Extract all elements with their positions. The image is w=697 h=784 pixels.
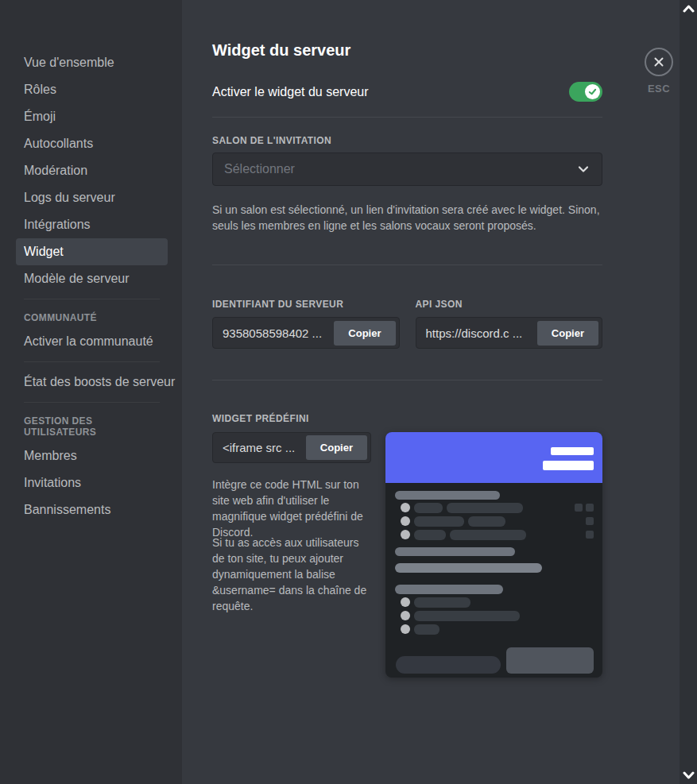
preview-member-row bbox=[401, 610, 594, 621]
preview-channel-row bbox=[401, 516, 594, 527]
preview-section-bar bbox=[395, 585, 503, 594]
chevron-down-icon bbox=[576, 162, 591, 176]
widget-settings-panel: Widget du serveur Activer le widget du s… bbox=[182, 0, 680, 784]
preview-button bbox=[506, 647, 594, 674]
server-id-group: IDENTIFIANT DU SERVEUR 9358058598402 ...… bbox=[212, 299, 400, 349]
preview-square bbox=[575, 504, 583, 512]
preview-placeholder-bar bbox=[543, 461, 594, 470]
check-icon bbox=[588, 87, 597, 96]
preview-placeholder-bar bbox=[468, 516, 505, 527]
sidebar-item-server-template[interactable]: Modèle de serveur bbox=[16, 265, 168, 292]
preview-avatar bbox=[401, 516, 410, 526]
preview-placeholder-bar bbox=[414, 530, 446, 540]
preview-placeholder-bar bbox=[414, 624, 439, 635]
section-divider bbox=[212, 117, 602, 118]
sidebar-item-stickers[interactable]: Autocollants bbox=[16, 130, 168, 157]
page-title: Widget du serveur bbox=[212, 41, 350, 60]
settings-sidebar: Vue d'ensemble Rôles Émoji Autocollants … bbox=[0, 0, 182, 784]
preview-avatar bbox=[401, 530, 410, 539]
esc-label: ESC bbox=[635, 83, 683, 95]
copy-api-json-button[interactable]: Copier bbox=[537, 321, 598, 346]
close-area: ESC bbox=[635, 48, 683, 95]
sidebar-item-overview[interactable]: Vue d'ensemble bbox=[16, 49, 168, 76]
preview-placeholder-bar bbox=[450, 530, 526, 540]
preview-avatar bbox=[401, 611, 410, 620]
preview-member-row bbox=[401, 597, 594, 608]
preview-placeholder-bar bbox=[414, 516, 464, 527]
sidebar-item-server-boosts[interactable]: État des boosts de serveur bbox=[16, 369, 168, 396]
sidebar-header-community: COMMUNAUTÉ bbox=[16, 306, 168, 328]
sidebar-header-user-management: GESTION DES UTILISATEURS bbox=[16, 409, 168, 442]
preview-avatar bbox=[401, 503, 410, 512]
sidebar-item-server-logs[interactable]: Logs du serveur bbox=[16, 184, 168, 211]
server-widget-toggle[interactable] bbox=[569, 82, 602, 102]
sidebar-item-members[interactable]: Membres bbox=[16, 442, 168, 469]
preview-section-bar bbox=[395, 491, 500, 500]
enable-widget-row: Activer le widget du serveur bbox=[212, 82, 602, 102]
preview-placeholder-bar bbox=[447, 503, 523, 513]
preview-placeholder-bar bbox=[551, 447, 594, 455]
premade-widget-field: <iframe src ... Copier bbox=[212, 432, 371, 463]
preview-avatar bbox=[401, 624, 410, 634]
section-divider bbox=[212, 380, 602, 380]
api-json-field: https://discord.c ... Copier bbox=[416, 317, 603, 349]
section-divider bbox=[212, 265, 602, 265]
premade-widget-label: WIDGET PRÉDÉFINI bbox=[212, 413, 309, 424]
sidebar-item-widget[interactable]: Widget bbox=[16, 238, 168, 265]
preview-member-row bbox=[401, 624, 594, 635]
toggle-knob bbox=[585, 84, 600, 99]
preview-section-bar bbox=[395, 563, 542, 573]
invite-channel-select[interactable]: Sélectionner bbox=[212, 153, 602, 186]
invite-channel-label: SALON DE L'INVITATION bbox=[212, 135, 331, 146]
premade-widget-value: <iframe src ... bbox=[223, 441, 306, 454]
scroll-down-icon[interactable] bbox=[682, 770, 695, 781]
widget-preview bbox=[385, 432, 602, 678]
sidebar-item-enable-community[interactable]: Activer la communauté bbox=[16, 328, 168, 355]
invite-channel-placeholder: Sélectionner bbox=[224, 162, 576, 176]
sidebar-item-bans[interactable]: Bannissements bbox=[16, 496, 168, 523]
server-id-value: 9358058598402 ... bbox=[223, 326, 334, 340]
preview-section-bar bbox=[395, 547, 515, 556]
preview-input-bar bbox=[396, 656, 501, 674]
server-id-label: IDENTIFIANT DU SERVEUR bbox=[212, 299, 400, 310]
sidebar-divider bbox=[24, 361, 160, 362]
copy-server-id-button[interactable]: Copier bbox=[334, 321, 395, 346]
premade-widget-description: Intègre ce code HTML sur ton site web af… bbox=[212, 477, 371, 540]
preview-square bbox=[586, 517, 594, 525]
sidebar-divider bbox=[24, 299, 160, 299]
preview-square bbox=[586, 504, 594, 512]
preview-avatar bbox=[401, 597, 410, 607]
invite-channel-help: Si un salon est sélectionné, un lien d'i… bbox=[212, 202, 602, 234]
preview-channel-row bbox=[401, 502, 594, 513]
enable-widget-label: Activer le widget du serveur bbox=[212, 85, 569, 99]
preview-placeholder-bar bbox=[414, 503, 443, 513]
sidebar-item-invitations[interactable]: Invitations bbox=[16, 469, 168, 496]
preview-channel-row bbox=[401, 529, 594, 540]
sidebar-item-integrations[interactable]: Intégrations bbox=[16, 211, 168, 238]
widget-preview-body bbox=[385, 483, 602, 678]
sidebar-item-moderation[interactable]: Modération bbox=[16, 157, 168, 184]
server-id-field: 9358058598402 ... Copier bbox=[212, 317, 400, 349]
preview-placeholder-bar bbox=[414, 597, 470, 608]
api-json-value: https://discord.c ... bbox=[426, 326, 537, 340]
sidebar-item-roles[interactable]: Rôles bbox=[16, 76, 168, 103]
api-json-label: API JSON bbox=[416, 299, 603, 310]
preview-footer bbox=[395, 647, 594, 674]
sidebar-item-emoji[interactable]: Émoji bbox=[16, 103, 168, 130]
close-icon bbox=[652, 56, 665, 68]
copy-premade-widget-button[interactable]: Copier bbox=[306, 435, 367, 460]
sidebar-divider bbox=[24, 402, 160, 403]
widget-preview-header bbox=[385, 432, 602, 483]
scrollbar-track[interactable] bbox=[680, 0, 697, 784]
preview-placeholder-bar bbox=[414, 611, 520, 621]
api-json-group: API JSON https://discord.c ... Copier bbox=[416, 299, 603, 349]
premade-widget-username-note: Si tu as accès aux utilisateurs de ton s… bbox=[212, 535, 371, 614]
preview-square bbox=[586, 531, 594, 539]
close-button[interactable] bbox=[645, 48, 673, 76]
scroll-up-icon[interactable] bbox=[682, 3, 695, 14]
